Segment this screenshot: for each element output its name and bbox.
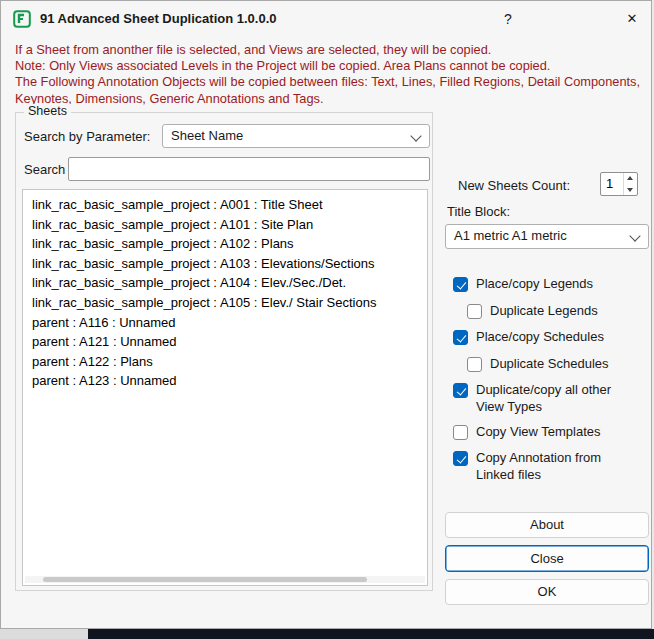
checkbox-label: Duplicate/copy all other View Types [476,382,631,415]
checkbox-duplicate-schedules[interactable]: Duplicate Schedules [467,357,647,373]
about-button[interactable]: About [445,512,649,538]
list-item[interactable]: link_rac_basic_sample_project : A104 : E… [23,273,427,293]
sheets-group-label: Sheets [24,104,71,118]
list-item[interactable]: link_rac_basic_sample_project : A101 : S… [23,215,427,235]
list-item[interactable]: link_rac_basic_sample_project : A001 : T… [23,195,427,215]
advanced-sheet-duplication-dialog: 91 Advanced Sheet Duplication 1.0.0.0 ? … [0,0,652,629]
warning-line-2: Note: Only Views associated Levels in th… [15,58,643,74]
title-block-value: A1 metric A1 metric [454,228,567,243]
warning-text-block: If a Sheet from anonther file is selecte… [15,42,643,107]
checkbox-label: Copy Annotation from Linked files [476,450,626,483]
search-by-parameter-label: Search by Parameter: [24,129,150,144]
checkbox-copy-annotation-from-linked-files[interactable]: Copy Annotation from Linked files [453,451,631,483]
checkbox-icon[interactable] [467,304,482,319]
list-item[interactable]: link_rac_basic_sample_project : A105 : E… [23,293,427,313]
close-window-icon[interactable]: ✕ [615,1,649,37]
list-item[interactable]: link_rac_basic_sample_project : A102 : P… [23,234,427,254]
title-bar: 91 Advanced Sheet Duplication 1.0.0.0 ? … [1,1,651,37]
stepper-arrows [623,173,637,195]
sheets-groupbox: Sheets Search by Parameter: Sheet Name S… [15,112,433,591]
checkbox-label: Duplicate Schedules [490,356,609,373]
help-button[interactable]: ? [491,1,525,37]
list-item[interactable]: parent : A123 : Unnamed [23,371,427,391]
new-sheets-count-label: New Sheets Count: [458,178,570,193]
checkbox-icon[interactable] [453,330,468,345]
warning-line-1: If a Sheet from anonther file is selecte… [15,42,643,58]
sheet-list[interactable]: link_rac_basic_sample_project : A001 : T… [22,189,428,586]
checkbox-duplicate-legends[interactable]: Duplicate Legends [467,304,647,320]
close-button[interactable]: Close [445,545,649,572]
title-block-dropdown[interactable]: A1 metric A1 metric [445,224,649,249]
new-sheets-count-stepper[interactable]: 1 [600,172,638,196]
desktop-edge-strip [0,629,654,639]
list-item[interactable]: parent : A121 : Unnamed [23,332,427,352]
search-label: Search [24,162,65,177]
checkbox-place-copy-legends[interactable]: Place/copy Legends [453,277,643,293]
sheet-list-items: link_rac_basic_sample_project : A001 : T… [23,190,427,391]
warning-line-3: The Following Annotation Objects will be… [15,74,643,106]
search-parameter-value: Sheet Name [171,128,243,143]
title-block-label: Title Block: [447,204,510,219]
list-item[interactable]: link_rac_basic_sample_project : A103 : E… [23,254,427,274]
list-item[interactable]: parent : A116 : Unnamed [23,313,427,333]
ok-button[interactable]: OK [445,579,649,605]
search-parameter-dropdown[interactable]: Sheet Name [162,124,430,148]
checkbox-label: Duplicate Legends [490,303,598,320]
checkbox-icon[interactable] [453,277,468,292]
checkbox-icon[interactable] [467,357,482,372]
checkbox-icon[interactable] [453,451,468,466]
horizontal-scrollbar[interactable] [25,576,425,583]
checkbox-icon[interactable] [453,383,468,398]
checkbox-duplicate-copy-all-other-view-types[interactable]: Duplicate/copy all other View Types [453,383,631,415]
checkbox-copy-view-templates[interactable]: Copy View Templates [453,425,643,441]
taskbar-edge [88,629,654,639]
checkbox-label: Copy View Templates [476,424,601,441]
search-input[interactable] [68,157,430,181]
checkbox-icon[interactable] [453,425,468,440]
window-title: 91 Advanced Sheet Duplication 1.0.0.0 [40,1,277,37]
list-item[interactable]: parent : A122 : Plans [23,352,427,372]
chevron-down-icon [410,130,421,141]
checkbox-place-copy-schedules[interactable]: Place/copy Schedules [453,330,643,346]
new-sheets-count-value: 1 [601,173,623,195]
app-icon [13,10,31,28]
stepper-down-icon[interactable] [624,184,637,195]
checkbox-label: Place/copy Legends [476,276,593,293]
chevron-down-icon [629,230,640,241]
horizontal-scrollbar-thumb[interactable] [43,577,367,582]
stepper-up-icon[interactable] [624,173,637,184]
checkbox-label: Place/copy Schedules [476,329,604,346]
